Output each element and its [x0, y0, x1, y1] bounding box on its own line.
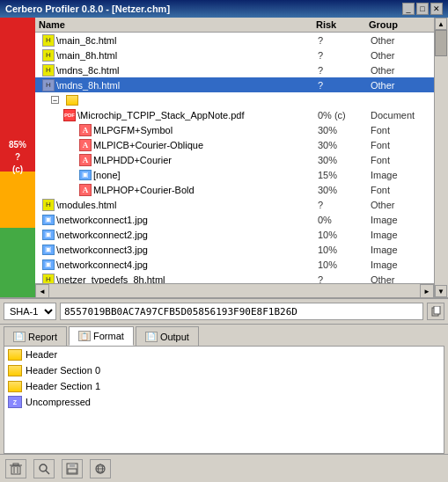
row-name: A MLPICB+Courier-Oblique [79, 139, 318, 151]
horizontal-scrollbar[interactable]: ◄ ► [35, 283, 434, 297]
bottom-panel: SHA-1 MD5 SHA-256 📄 Report 📋 Format [0, 297, 448, 482]
col-risk-header: Risk [316, 19, 369, 30]
risk-label: 85%?(c) [9, 139, 26, 176]
network-button[interactable] [90, 459, 111, 478]
vertical-scrollbar[interactable]: ▲ ▼ [434, 18, 448, 297]
row-name: A MLPHDD+Courier [79, 154, 318, 166]
report-tab-icon: 📄 [13, 332, 26, 342]
list-item[interactable]: Header Section 1 [4, 378, 444, 394]
scroll-right-btn[interactable]: ► [420, 284, 434, 297]
risk-sidebar: 85%?(c) [0, 18, 35, 297]
svg-rect-4 [13, 464, 18, 465]
maximize-button[interactable]: □ [416, 3, 429, 15]
row-name: H \main_8c.html [42, 34, 318, 47]
table-row[interactable]: A MLPGFM+Symbol 30% Font [35, 122, 434, 137]
tab-format-label: Format [93, 331, 124, 341]
table-row[interactable]: A MLPICB+Courier-Oblique 30% Font [35, 137, 434, 152]
image-icon: ▣ [42, 259, 55, 270]
search-button[interactable] [33, 459, 55, 478]
file-tree-container: Name Risk Group H \main_8c.html ? Other [35, 18, 434, 297]
svg-line-8 [46, 471, 49, 474]
table-row[interactable]: ▣ [none] 15% Image [35, 167, 434, 182]
table-row[interactable]: H \netzer_typedefs_8h.html ? Other [35, 272, 434, 283]
item-label: Uncompressed [26, 397, 91, 407]
hash-value-input[interactable] [60, 303, 423, 320]
row-name: ▣ \networkconnect4.jpg [42, 259, 318, 270]
image-icon: ▣ [42, 230, 55, 240]
output-tab-icon: 📄 [145, 332, 158, 342]
table-row[interactable]: A MLPHOP+Courier-Bold 30% Font [35, 182, 434, 197]
tab-format[interactable]: 📋 Format [69, 326, 134, 346]
top-panel: 85%?(c) Name Risk Group H \main_8c.html … [0, 18, 448, 297]
window-title: Cerbero Profiler 0.8.0 - [Netzer.chm] [5, 4, 170, 14]
tab-report[interactable]: 📄 Report [4, 326, 67, 346]
table-row[interactable]: ▣ \networkconnect2.jpg 10% Image [35, 227, 434, 242]
tab-output-label: Output [160, 332, 189, 342]
table-row[interactable]: PDF \Microchip_TCPIP_Stack_AppNote.pdf 0… [35, 107, 434, 122]
table-row[interactable]: ▣ \networkconnect3.jpg 10% Image [35, 242, 434, 257]
row-name: ▣ \networkconnect3.jpg [42, 245, 318, 255]
copy-icon [430, 306, 441, 317]
svg-rect-2 [11, 466, 20, 474]
item-label: Header [26, 349, 57, 360]
tree-expand-icon[interactable]: − [51, 96, 59, 104]
scroll-thumb-track[interactable] [435, 30, 448, 285]
list-item[interactable]: Header [4, 347, 444, 362]
row-name: H \mdns_8h.html [42, 79, 318, 91]
font-icon: A [79, 154, 92, 166]
minimize-button[interactable]: _ [402, 3, 415, 15]
list-item[interactable]: Header Section 0 [4, 362, 444, 378]
tab-output[interactable]: 📄 Output [136, 326, 199, 346]
scroll-left-btn[interactable]: ◄ [35, 284, 49, 297]
html-icon: H [42, 49, 55, 62]
tab-content-area[interactable]: Header Header Section 0 Header Section 1… [4, 346, 444, 454]
item-label: Header Section 1 [26, 381, 100, 391]
table-row[interactable]: ▣ \networkconnect1.jpg 0% Image [35, 212, 434, 227]
tree-header: Name Risk Group [35, 18, 434, 33]
image-icon: ▣ [79, 170, 92, 180]
main-container: 85%?(c) Name Risk Group H \main_8c.html … [0, 18, 448, 482]
table-row[interactable]: H \modules.html ? Other [35, 197, 434, 212]
file-tree-body[interactable]: H \main_8c.html ? Other H \main_8h.html … [35, 33, 434, 283]
hash-algorithm-select[interactable]: SHA-1 MD5 SHA-256 [4, 303, 56, 320]
pdf-icon: PDF [63, 109, 76, 121]
table-row[interactable]: H \main_8h.html ? Other [35, 47, 434, 62]
table-row[interactable]: H \mdns_8h.html ? Other [35, 77, 434, 92]
window-controls[interactable]: _ □ ✕ [402, 3, 443, 15]
svg-rect-1 [434, 306, 440, 314]
table-row[interactable]: H \mdns_8c.html ? Other [35, 62, 434, 77]
list-item[interactable]: Z Uncompressed [4, 394, 444, 410]
save-button[interactable] [62, 459, 83, 478]
row-name: − [51, 95, 432, 106]
delete-button[interactable] [5, 459, 26, 478]
table-row[interactable]: − [35, 92, 434, 107]
row-name: ▣ [none] [79, 170, 318, 180]
table-row[interactable]: A MLPHDD+Courier 30% Font [35, 152, 434, 167]
row-name: H \main_8h.html [42, 49, 318, 62]
scroll-track[interactable] [49, 284, 420, 297]
format-tab-icon: 📋 [78, 331, 91, 341]
trash-icon [9, 462, 23, 476]
scroll-up-btn[interactable]: ▲ [435, 18, 447, 30]
title-bar: Cerbero Profiler 0.8.0 - [Netzer.chm] _ … [0, 0, 448, 18]
scroll-down-btn[interactable]: ▼ [435, 285, 447, 297]
folder-icon [8, 365, 22, 376]
html-icon: H [42, 274, 55, 284]
bottom-toolbar [0, 454, 448, 482]
col-name-header: Name [39, 19, 316, 30]
row-name: H \mdns_8c.html [42, 64, 318, 77]
html-icon: H [42, 199, 55, 211]
globe-icon [93, 462, 107, 476]
row-name: A MLPGFM+Symbol [79, 124, 318, 136]
hash-copy-button[interactable] [427, 303, 444, 320]
scroll-thumb[interactable] [435, 30, 447, 56]
html-icon: H [42, 34, 55, 47]
svg-rect-11 [68, 469, 77, 473]
folder-icon [66, 95, 78, 106]
tabs-row: 📄 Report 📋 Format 📄 Output [0, 325, 448, 346]
table-row[interactable]: ▣ \networkconnect4.jpg 10% Image [35, 257, 434, 272]
close-button[interactable]: ✕ [430, 3, 443, 15]
table-row[interactable]: H \main_8c.html ? Other [35, 33, 434, 47]
image-icon: ▣ [42, 245, 55, 255]
row-name: ▣ \networkconnect1.jpg [42, 215, 318, 225]
